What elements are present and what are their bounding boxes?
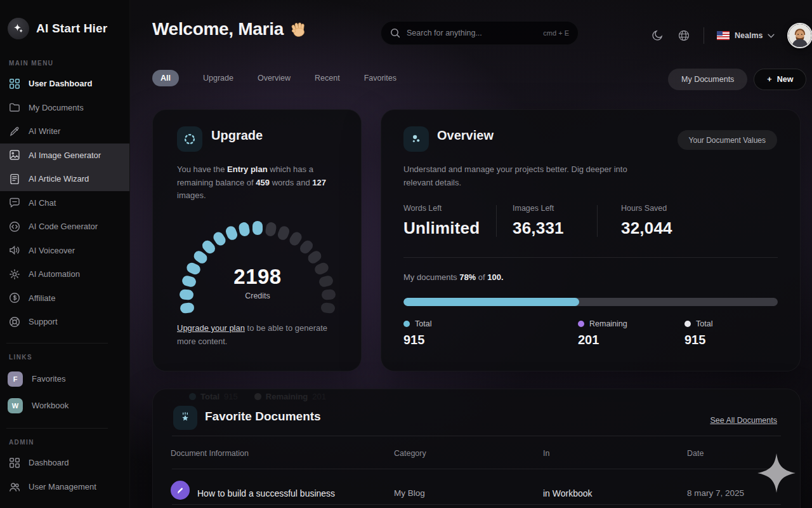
credits-gauge: 2198 Credits Total 915 Remaining 201	[175, 210, 340, 311]
favorite-documents-title: Favorite Documents	[205, 410, 321, 424]
stat-words-left: Words Left Unlimited	[403, 204, 496, 238]
sidebar-item-label: User Dashboard	[29, 79, 92, 88]
admin-label: ADMIN	[9, 439, 129, 446]
table-divider	[172, 436, 781, 436]
my-documents-button[interactable]: My Documents	[668, 69, 747, 90]
sidebar-item-label: Support	[29, 317, 58, 326]
sidebar-item-support[interactable]: Support	[0, 310, 129, 334]
dots-cluster-icon	[409, 132, 423, 146]
dashboard-grid-icon	[9, 457, 20, 469]
sidebar-item-workbook[interactable]: W Workbook	[0, 392, 129, 419]
gauge-segment	[265, 222, 277, 237]
sidebar-item-my-documents[interactable]: My Documents	[0, 96, 129, 120]
sidebar-item-label: AI Code Generator	[29, 222, 98, 231]
language-selector[interactable]: Nealms	[717, 31, 775, 40]
gear-icon	[9, 269, 20, 280]
tab-recent[interactable]: Recent	[315, 74, 340, 83]
sidebar-item-ai-automation[interactable]: AI Automation	[0, 262, 129, 286]
article-icon	[9, 173, 20, 185]
users-icon	[9, 481, 20, 493]
sidebar-item-label: AI Voiceover	[29, 246, 75, 255]
sidebar-divider	[6, 343, 108, 344]
sidebar-item-user-dashboard[interactable]: User Dashboard	[0, 72, 129, 96]
upgrade-card-icon	[177, 126, 202, 152]
upgrade-card: Upgrade You have the Entry plan which ha…	[152, 109, 362, 371]
overview-divider	[403, 257, 778, 258]
sidebar-item-user-management[interactable]: User Management	[0, 475, 129, 499]
search-icon	[390, 28, 400, 38]
sidebar-item-label: AI Writer	[29, 126, 60, 136]
document-title[interactable]: How to build a successful business	[197, 488, 335, 498]
sidebar-item-label: AI Image Generator	[29, 150, 101, 160]
tab-favorites[interactable]: Favorites	[364, 74, 396, 83]
language-globe-button[interactable]	[677, 29, 691, 43]
app-logo[interactable]: AI Start Hier	[8, 18, 129, 39]
overview-stats: Words Left Unlimited Images Left 36,331 …	[403, 204, 672, 238]
app-window: AI Start Hier MAIN MENU User Dashboard M…	[0, 0, 812, 508]
sidebar-item-label: My Documents	[29, 103, 84, 112]
gauge-segment	[252, 221, 263, 235]
filter-tabs: All Upgrade Overview Recent Favorites	[152, 70, 396, 86]
chat-bubble-icon	[9, 197, 20, 208]
tab-overview[interactable]: Overview	[258, 74, 291, 83]
overview-card-icon	[403, 126, 429, 152]
globe-icon	[678, 29, 690, 42]
document-date: 8 mary 7, 2025	[687, 488, 744, 498]
chevron-down-icon	[768, 34, 775, 38]
search-shortcut-hint: cmd + E	[543, 29, 569, 37]
table-divider	[172, 504, 781, 505]
main-content: Welcome, Maria Search for anything... cm…	[130, 0, 812, 508]
favorite-documents-card: Favorite Documents See All Documents Doc…	[152, 389, 801, 508]
sidebar-item-label: User Management	[29, 482, 96, 491]
us-flag-icon	[717, 31, 730, 40]
overview-card: Overview Your Document Values Understand…	[381, 109, 801, 371]
main-menu: User Dashboard My Documents AI Writer AI…	[0, 72, 129, 334]
welcome-heading: Welcome, Maria	[152, 19, 308, 39]
speaker-icon	[9, 244, 20, 256]
new-button[interactable]: + New	[754, 69, 806, 90]
column-in: In	[543, 449, 549, 458]
sidebar-item-ai-article-wizard[interactable]: AI Article Wizard	[0, 167, 129, 191]
document-location: in Workbook	[543, 488, 593, 498]
table-divider	[172, 469, 781, 469]
header-buttons: My Documents + New	[668, 69, 806, 90]
dark-mode-toggle[interactable]	[650, 29, 664, 43]
main-menu-label: MAIN MENU	[9, 60, 129, 67]
upgrade-footer: Upgrade your plan to be able to generate…	[177, 322, 341, 349]
sparkles-logo-icon	[8, 18, 29, 39]
user-avatar[interactable]	[787, 23, 812, 48]
plus-icon: +	[767, 75, 771, 84]
gauge-segment	[180, 302, 195, 314]
favorites-badge-icon: F	[8, 371, 23, 387]
sidebar-item-admin-dashboard[interactable]: Dashboard	[0, 451, 129, 475]
document-values-button[interactable]: Your Document Values	[678, 130, 777, 150]
sidebar-item-ai-chat[interactable]: AI Chat	[0, 191, 129, 215]
credits-value: 2198	[175, 265, 340, 289]
column-date: Date	[687, 449, 704, 458]
star-sparkle-icon	[179, 411, 192, 424]
sidebar-item-ai-image-generator[interactable]: AI Image Generator	[0, 144, 129, 168]
search-placeholder: Search for anything...	[407, 29, 537, 37]
sidebar-item-favorites[interactable]: F Favorites	[0, 366, 129, 392]
dotted-circle-icon	[183, 132, 197, 146]
sidebar-item-ai-code-generator[interactable]: AI Code Generator	[0, 215, 129, 239]
see-all-documents-link[interactable]: See All Documents	[710, 416, 777, 425]
dollar-circle-icon	[9, 292, 20, 304]
dashboard-grid-icon	[9, 78, 20, 90]
tab-all[interactable]: All	[152, 70, 179, 86]
sidebar-item-affiliate[interactable]: Affiliate	[0, 286, 129, 311]
upgrade-plan-link[interactable]: Upgrade your plan	[177, 323, 245, 333]
overview-legend-total-2: Total 915	[684, 319, 712, 347]
sidebar-item-ai-voiceover[interactable]: AI Voiceover	[0, 239, 129, 263]
sidebar-item-label: Affiliate	[29, 293, 55, 303]
search-input[interactable]: Search for anything... cmd + E	[381, 21, 579, 45]
pen-icon	[176, 486, 185, 495]
upgrade-description: You have the Entry plan which has a rema…	[177, 163, 341, 203]
sidebar-item-ai-writer[interactable]: AI Writer	[0, 119, 129, 144]
tab-upgrade[interactable]: Upgrade	[203, 74, 233, 83]
lifebuoy-icon	[9, 316, 20, 328]
waving-hand-emoji	[289, 19, 309, 39]
moon-icon	[651, 29, 664, 42]
credits-gauge-text: 2198 Credits	[175, 265, 340, 300]
code-icon	[9, 221, 20, 232]
